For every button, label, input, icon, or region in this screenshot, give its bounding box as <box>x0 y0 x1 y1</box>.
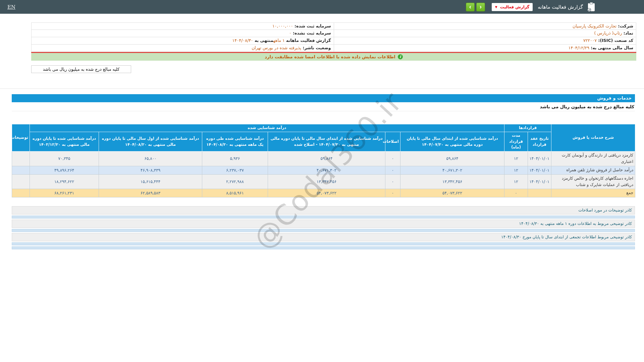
services-table-body: کارمزد دریافتی از دارندگان و آبونمان کار… <box>12 152 635 197</box>
table-cell-num: ۵۴,۰۷۳,۶۲۲ <box>268 189 385 197</box>
table-cell-num: ۶۸,۲۶۱,۲۳۱ <box>30 189 99 197</box>
col-header-description: شرح خدمات یا فروش <box>551 124 635 152</box>
currency-note-box: کلیه مبالغ درج شده به میلیون ریال می باش… <box>31 65 131 73</box>
table-cell-desc: کارمزد دریافتی از دارندگان و آبونمان کار… <box>551 152 635 166</box>
next-report-button[interactable]: › <box>476 3 485 11</box>
explanation-label: کادر توضیحات در مورد اصلاحات <box>12 206 635 215</box>
company-info-value: ۱۰,۰۰۰,۰۰۰ <box>272 23 293 28</box>
company-info-row: کد صنعت (ISIC): ۷۲۲۰۰۷گزارش فعالیت ماهان… <box>31 37 636 45</box>
table-cell-num: ۰ <box>385 152 400 166</box>
table-cell-num: ۶,۲۳۷,۰۳۷ <box>202 166 268 174</box>
info-icon: i <box>398 54 403 59</box>
table-cell-num: ۷۰,۳۴۵ <box>30 152 99 166</box>
col-header-contract-duration: مدت قرارداد (ماه) <box>504 132 528 151</box>
table-cell-notes <box>12 166 30 174</box>
company-info-label: شرکت: <box>616 23 633 28</box>
company-info-value: تجارت الکترونیک پارسیان <box>573 23 616 28</box>
table-cell-num: ۲,۲۷۲,۹۸۸ <box>202 174 268 189</box>
table-cell-num: ۱۳,۳۴۲,۴۵۶ <box>400 174 504 189</box>
company-info-value: ۱ ماهه <box>273 38 285 43</box>
company-info-label: وضعیت ناشر: <box>301 45 331 50</box>
company-info-value: ۱۴۰۴/۰۸/۳۰ <box>232 38 253 43</box>
prev-report-button[interactable]: ‹ <box>466 3 475 11</box>
col-header-rev-one-month: درآمد شناسایی شده طی دوره یک ماهه منتهی … <box>202 132 268 151</box>
table-cell-num: ۱۳,۳۴۲,۴۵۶ <box>268 174 385 189</box>
topbar-controls: ‹ › گزارش فعالیت ▼ گزارش فعالیت ماهانه <box>464 2 644 12</box>
table-cell-num: ۵۹,۸۶۴ <box>268 152 385 166</box>
table-cell-desc: درآمد حاصل از فروش شارژ تلفن همراه <box>551 166 635 174</box>
company-info-label: سرمایه ثبت نشده: <box>291 31 331 36</box>
explanation-empty-strip <box>12 216 635 219</box>
table-cell-num: ۰ <box>385 166 400 174</box>
company-info-cell: نماد: رتاپ( ذرپارس ) <box>334 30 637 37</box>
table-cell-num: ۵۴,۰۷۳,۶۲۲ <box>400 189 504 197</box>
explanation-empty-strip <box>12 242 635 245</box>
table-cell-desc: جمع <box>551 189 635 197</box>
table-cell-num: ۴۶,۹۰۸,۳۳۹ <box>99 166 202 174</box>
signature-match-banner: i اطلاعات نمایش داده شده با اطلاعات امضا… <box>31 53 636 61</box>
clipboard-report-icon[interactable] <box>587 2 595 12</box>
company-info-label: کد صنعت (ISIC): <box>597 38 633 43</box>
company-info-cell: سال مالی منتهی به: ۱۴۰۴/۱۲/۲۹ <box>334 45 637 52</box>
services-table-head: شرح خدمات یا فروش قراردادها درآمد شناسای… <box>12 124 635 152</box>
company-info-label: منتهی به <box>253 38 273 43</box>
col-header-notes: توضیحات <box>12 124 30 152</box>
table-row: درآمد حاصل از فروش شارژ تلفن همراه۱۴۰۴/۰… <box>12 166 635 174</box>
table-row: کارمزد دریافتی از دارندگان و آبونمان کار… <box>12 152 635 166</box>
company-info-label: نماد: <box>622 31 633 36</box>
table-cell-num: ۱۴۰۴/۰۱/۰۱ <box>528 152 551 166</box>
section-divider <box>0 88 644 89</box>
table-cell-num: ۵,۹۳۶ <box>202 152 268 166</box>
table-cell-num: ۶۵,۸۰۰ <box>99 152 202 166</box>
page: EN ‹ › گزارش فعالیت ▼ گزارش فعالیت ماهان… <box>0 0 644 249</box>
main-content: خدمات و فروش کلیه مبالغ درج شده به میلیو… <box>12 94 635 249</box>
currency-note-line: کلیه مبالغ درج شده به میلیون ریال می باش… <box>12 102 635 111</box>
company-info-value: ۷۲۲۰۰۷ <box>583 38 597 43</box>
table-cell-num: ۶۲,۵۸۹,۵۸۳ <box>99 189 202 197</box>
company-info-cell: کد صنعت (ISIC): ۷۲۲۰۰۷ <box>334 37 637 45</box>
table-cell-num <box>528 189 551 197</box>
company-info-label: سرمایه ثبت شده: <box>293 23 331 28</box>
table-cell-num: ۱۲ <box>504 166 528 174</box>
company-info-cell: گزارش فعالیت ماهانه ۱ ماههمنتهی به ۱۴۰۴/… <box>31 37 334 45</box>
services-sales-table: شرح خدمات یا فروش قراردادها درآمد شناسای… <box>12 124 635 197</box>
company-info-value: ۰ <box>289 31 291 36</box>
table-cell-num: ۱۸,۲۹۴,۶۲۲ <box>30 174 99 189</box>
table-cell-notes <box>12 189 30 197</box>
company-info-label: گزارش فعالیت ماهانه <box>285 38 331 43</box>
table-cell-notes <box>12 174 30 189</box>
signature-match-text: اطلاعات نمایش داده شده با اطلاعات امضا ش… <box>265 54 395 59</box>
col-header-adjustments: اصلاحات <box>385 132 400 151</box>
table-row: اجاره دستگاههای کارتخوان و خالص کارمزد د… <box>12 174 635 189</box>
company-info-section: شرکت: تجارت الکترونیک پارسیانسرمایه ثبت … <box>31 22 636 73</box>
company-info-row: نماد: رتاپ( ذرپارس )سرمایه ثبت نشده: ۰ <box>31 30 636 37</box>
col-header-contract-date: تاریخ عقد قرارداد <box>528 132 551 151</box>
company-info-cell: سرمایه ثبت شده: ۱۰,۰۰۰,۰۰۰ <box>31 22 334 30</box>
company-info-value: ۱۴۰۴/۱۲/۲۹ <box>569 45 589 50</box>
table-cell-notes <box>12 152 30 166</box>
table-cell-num: ۴۰,۶۷۱,۳۰۲ <box>268 166 385 174</box>
col-header-rev-prev-fy: درآمد شناسایی شده تا پایان دوره مالی منت… <box>30 132 99 151</box>
explanation-empty-strip <box>12 246 635 249</box>
table-cell-num: ۱۴۰۴/۰۱/۰۱ <box>528 174 551 189</box>
table-cell-num: ۱۲ <box>504 174 528 189</box>
company-info-value: رتاپ( ذرپارس ) <box>594 31 622 36</box>
company-info-cell: وضعیت ناشر: پذیرفته شده در بورس تهران <box>31 45 334 52</box>
table-cell-num: ۵۹,۸۶۴ <box>400 152 504 166</box>
explanation-sections: کادر توضیحات در مورد اصلاحاتکادر توضیحی … <box>12 206 635 249</box>
company-info-table: شرکت: تجارت الکترونیک پارسیانسرمایه ثبت … <box>31 22 636 52</box>
table-cell-num: ۴۹,۸۹۶,۲۶۴ <box>30 166 99 174</box>
section-header-services: خدمات و فروش <box>12 94 635 102</box>
table-cell-num: ۱۲ <box>504 152 528 166</box>
top-bar: EN ‹ › گزارش فعالیت ▼ گزارش فعالیت ماهان… <box>0 0 644 14</box>
explanation-empty-strip <box>12 229 635 232</box>
table-row-total: جمع۰۵۴,۰۷۳,۶۲۲۰۵۴,۰۷۳,۶۲۲۸,۵۱۵,۹۶۱۶۲,۵۸۹… <box>12 189 635 197</box>
chevron-down-icon: ▼ <box>495 5 497 9</box>
col-group-contracts: قراردادها <box>504 124 551 132</box>
page-title: گزارش فعالیت ماهانه <box>538 4 583 10</box>
language-toggle-en[interactable]: EN <box>7 4 15 10</box>
table-cell-num: ۰ <box>504 189 528 197</box>
report-type-dropdown[interactable]: گزارش فعالیت ▼ <box>492 3 533 11</box>
col-header-rev-fy-to-0830: درآمد شناسایی شده از اول سال مالی تا پای… <box>99 132 202 151</box>
table-cell-desc: اجاره دستگاههای کارتخوان و خالص کارمزد د… <box>551 174 635 189</box>
